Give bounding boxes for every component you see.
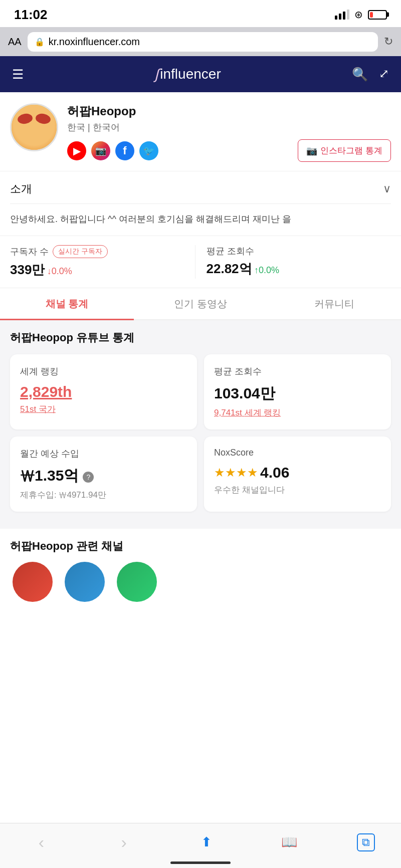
world-ranking-card: 세계 랭킹 2,829th 51st 국가 [10,354,197,429]
status-bar: 11:02 ⊛ [0,0,401,27]
hamburger-menu-icon[interactable]: ☰ [12,67,24,82]
avgviews-value: 22.82억 [207,261,252,276]
browser-text-size[interactable]: AA [8,36,22,48]
home-indicator [170,861,231,864]
world-ranking-label: 세계 랭킹 [20,365,187,377]
lock-icon: 🔒 [35,37,45,47]
intro-header: 소개 ∨ [10,181,391,204]
star-icons: ★★★★ [214,466,258,480]
signal-icon [335,10,349,20]
realtime-badge: 실시간 구독자 [53,245,108,258]
avg-viewcount-value: 103.04만 [214,383,381,404]
avgviews-change: ↑0.0% [254,265,279,275]
nav-action-icons: 🔍 ⤢ [352,67,389,82]
social-links: ▶ 📷 f 🐦 [67,141,158,160]
bookmarks-button[interactable]: 📖 [274,831,304,853]
intro-text: 안녕하세요. 허팝입니다 ^^ 여러분의 호기심을 해결해드리며 재미난 을 [10,212,391,236]
battery-icon [368,10,387,20]
browser-bar: AA 🔒 kr.noxinfluencer.com ↻ [0,27,401,56]
tab-community[interactable]: 커뮤니티 [267,288,401,320]
nox-score-value: 4.06 [260,464,289,481]
forward-button[interactable]: › [109,831,139,853]
channel-stats-title: 허팝Heopop 유튜브 통계 [10,330,391,345]
tab-popular-videos[interactable]: 인기 동영상 [134,288,268,320]
subscriber-change: ↓0.0% [47,266,72,276]
tabs-bar: 채널 통계 인기 동영상 커뮤니티 [0,288,401,320]
monthly-income-card: 월간 예상 수입 ₩1.35억 ? 제휴수입: ₩4971.94만 [10,437,197,512]
profile-section: 허팝Heopop 한국 | 한국어 ▶ 📷 f 🐦 📷 인스타그램 통계 [0,92,401,171]
avgviews-stat: 평균 조회수 22.82억 ↑0.0% [195,245,391,279]
refresh-button[interactable]: ↻ [384,35,393,48]
subscriber-label: 구독자 수 [10,246,49,258]
country-ranking-link[interactable]: 51st 국가 [20,403,187,415]
nav-bar: ☰ ʃinfluencer 🔍 ⤢ [0,56,401,92]
related-channels-list [10,562,391,606]
subscriber-value: 339만 [10,262,45,277]
nox-score-description: 우수한 채널입니다 [214,484,381,496]
profile-country: 한국 | 한국어 [67,121,391,133]
instagram-icon[interactable]: 📷 [91,141,110,160]
stats-row: 구독자 수 실시간 구독자 339만 ↓0.0% 평균 조회수 22.82억 ↑… [0,236,401,288]
related-channels-section: 허팝Heopop 관련 채널 [0,529,401,616]
status-icons: ⊛ [335,9,387,21]
list-item[interactable] [114,562,159,606]
wifi-icon: ⊛ [354,9,363,21]
youtube-icon[interactable]: ▶ [67,141,86,160]
list-item[interactable] [62,562,107,606]
monthly-income-label: 월간 예상 수입 [20,448,187,460]
avatar [10,103,58,151]
nox-score-label: NoxScore [214,448,381,458]
twitter-icon[interactable]: 🐦 [139,141,158,160]
avg-viewcount-label: 평균 조회수 [214,365,381,377]
world-rank-link[interactable]: 9,741st 세계 랭킹 [214,407,381,418]
browser-url-text: kr.noxinfluencer.com [49,36,140,48]
affiliate-income: 제휴수입: ₩4971.94만 [20,489,187,501]
avgviews-label: 평균 조회수 [207,245,254,257]
search-icon[interactable]: 🔍 [352,67,368,82]
tab-channel-stats[interactable]: 채널 통계 [0,288,134,320]
share-icon[interactable]: ⤢ [379,67,389,82]
subscriber-stat: 구독자 수 실시간 구독자 339만 ↓0.0% [10,245,195,279]
nox-score-card: NoxScore ★★★★ 4.06 우수한 채널입니다 [204,437,391,512]
browser-url-bar[interactable]: 🔒 kr.noxinfluencer.com [28,32,378,52]
intro-section: 소개 ∨ 안녕하세요. 허팝입니다 ^^ 여러분의 호기심을 해결해드리며 재미… [0,171,401,236]
tabs-button[interactable]: ⧉ [357,833,375,851]
site-logo[interactable]: ʃinfluencer [154,66,221,83]
chevron-down-icon[interactable]: ∨ [383,182,391,195]
world-ranking-value: 2,829th [20,383,187,400]
instagram-stats-button[interactable]: 📷 인스타그램 통계 [298,139,391,162]
facebook-icon[interactable]: f [115,141,134,160]
intro-label: 소개 [10,181,32,196]
monthly-income-value: ₩1.35억 [20,466,79,486]
channel-stats-section: 허팝Heopop 유튜브 통계 세계 랭킹 2,829th 51st 국가 평균… [0,320,401,529]
share-button[interactable]: ⬆ [191,831,222,853]
list-item[interactable] [10,562,55,606]
profile-name: 허팝Heopop [67,103,391,119]
instagram-btn-icon: 📷 [306,145,317,156]
avg-viewcount-card: 평균 조회수 103.04만 9,741st 세계 랭킹 [204,354,391,429]
related-channels-title: 허팝Heopop 관련 채널 [10,539,391,554]
back-button[interactable]: ‹ [26,831,56,853]
profile-info: 허팝Heopop 한국 | 한국어 ▶ 📷 f 🐦 📷 인스타그램 통계 [67,103,391,162]
income-info-icon[interactable]: ? [83,472,94,483]
stats-cards-grid: 세계 랭킹 2,829th 51st 국가 평균 조회수 103.04만 9,7… [10,354,391,512]
status-time: 11:02 [14,7,48,23]
